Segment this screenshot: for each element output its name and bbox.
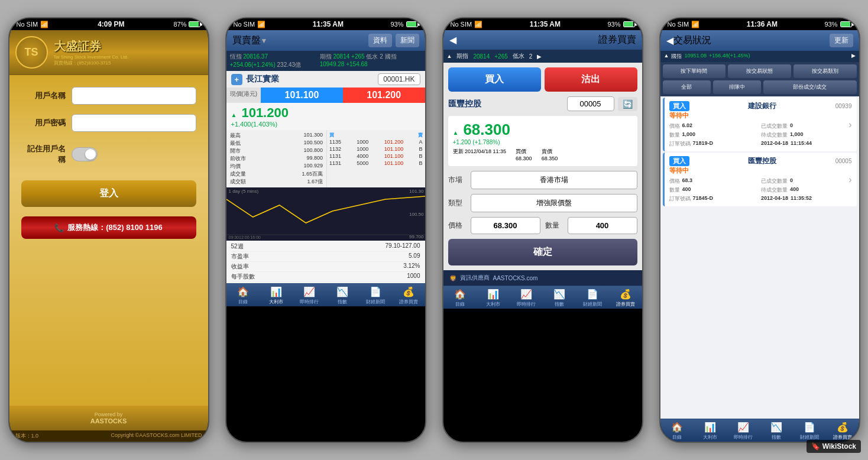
chart-area-2: 1 day (5 mins) 101.30 100.50 99.700 09:3… (226, 187, 425, 241)
chart-low-price: 99.700 (409, 234, 423, 239)
remember-row: 記住用戶名稱 (21, 144, 196, 165)
nav-item-dali-2[interactable]: 📊 大利市 (260, 286, 293, 305)
nav-label-trade-2: 證券買賣 (399, 299, 418, 305)
market-label-3: 市場 (448, 175, 466, 185)
back-arrow-4[interactable]: ◀ (666, 35, 673, 46)
nav-label-ranking-2: 即時排行 (300, 299, 319, 305)
nav-item-news-3[interactable]: 📄 財經新聞 (576, 289, 609, 307)
stock-name-2: 長江實業 (246, 74, 279, 85)
nav-item-index-3[interactable]: 📉 指數 (543, 289, 576, 307)
password-input[interactable] (72, 114, 196, 132)
battery-pct-2: 93% (390, 21, 403, 28)
stock-code-input-3[interactable]: 00005 (567, 96, 614, 111)
pend-qty-label-t1: 待成交數量 (761, 131, 788, 139)
order-no-label-t1: 訂單號碼 (669, 140, 691, 148)
no-sim-4: No SIM (668, 21, 689, 28)
username-input[interactable] (72, 87, 196, 105)
nav-label-dali-4: 大利市 (703, 434, 717, 440)
update-button-4[interactable]: 更新 (830, 34, 853, 47)
data-provider-bar: 🦁 資訊供應商 AASTOCKS.com (443, 270, 642, 286)
nav-item-dali-3[interactable]: 📊 大利市 (477, 289, 510, 307)
nav-item-catalog-3[interactable]: 🏠 目錄 (443, 289, 477, 307)
nav-item-dali-4[interactable]: 📊 大利市 (694, 422, 727, 440)
nav-item-trade-3[interactable]: 💰 證券買賣 (609, 289, 642, 307)
price-label-t2: 價格 (669, 177, 680, 185)
buy-button[interactable]: 買入 (448, 67, 541, 92)
refresh-btn-3[interactable]: 🔄 (618, 97, 637, 111)
add-watchlist-btn[interactable]: + (231, 74, 243, 85)
nav-item-ranking-3[interactable]: 📈 即時排行 (510, 289, 543, 307)
login-button[interactable]: 登入 (21, 180, 196, 207)
nav-item-trade-4[interactable]: 💰 證券買賣 (826, 422, 859, 440)
qty-input-3[interactable]: 400 (568, 217, 637, 234)
remember-toggle[interactable] (72, 147, 98, 161)
nav-item-trade-2[interactable]: 💰 證券買賣 (392, 286, 425, 305)
username-label: 用戶名稱 (21, 90, 66, 101)
done-qty-label-t2: 已成交數量 (761, 177, 788, 185)
trade-status-1: 等待中 (669, 111, 852, 120)
nav-item-news-2[interactable]: 📄 財經新聞 (359, 286, 392, 305)
price-chart (226, 187, 425, 241)
trade-order-no-1: 訂單號碼 71819-D (669, 140, 760, 148)
trade-done-qty-1: 已成交數量 0 (761, 122, 852, 130)
nav-item-index-2[interactable]: 📉 指數 (326, 286, 359, 305)
trade-code-1: 00939 (835, 103, 852, 109)
filter-by-type[interactable]: 按交易類別 (793, 64, 857, 78)
filter-pending[interactable]: 排隊中 (713, 80, 761, 94)
lot-row: 每手股數1000 (231, 272, 420, 282)
nav-item-news-4[interactable]: 📄 財經新聞 (793, 422, 826, 440)
pend-qty-val-t1: 1,000 (790, 131, 804, 139)
status-bar-2: No SIM 📶 11:35 AM 93% (226, 18, 425, 30)
current-price-3: 68.300 (463, 121, 510, 139)
prev-close-label: 前收市 (230, 155, 246, 163)
type-select-3[interactable]: 增強限價盤 (471, 194, 637, 212)
hotline-button[interactable]: 📞 服務熱線：(852) 8100 1196 (21, 216, 196, 239)
trade-icon-4: 💰 (837, 422, 848, 433)
nav-item-index-4[interactable]: 📉 指數 (760, 422, 793, 440)
news-btn[interactable]: 新聞 (396, 34, 419, 47)
bid-val-3: 68.300 (516, 156, 532, 161)
trade-pend-qty-1: 待成交數量 1,000 (761, 131, 852, 139)
ask-label-3: 賣價 (542, 148, 558, 156)
confirm-button-3[interactable]: 確定 (448, 239, 637, 265)
data-btn[interactable]: 資料 (368, 34, 392, 47)
trade-qty-2: 數量 400 (669, 186, 760, 194)
trade-status-2: 等待中 (669, 166, 852, 175)
ticker-bar-2: 恆指 20816.37 +254.06(+1.24%) 232.43億 期指 2… (226, 51, 425, 71)
week52-row: 52週79.10-127.00 (231, 242, 420, 252)
pe-val: 5.09 (409, 252, 420, 261)
filter-by-status[interactable]: 按交易狀態 (728, 64, 791, 78)
back-arrow-3[interactable]: ◀ (449, 34, 456, 46)
login-body: 用戶名稱 用戶密碼 記住用戶名稱 登入 📞 服務熱線：(852) 8100 11 (9, 75, 208, 406)
market-select-3[interactable]: 香港市場 (471, 171, 637, 189)
filter-partial[interactable]: 部份成交/成交 (763, 80, 857, 94)
trade-item-1[interactable]: 買入 建設銀行 00939 › 等待中 價格 6.02 已成交數量 0 (663, 98, 857, 151)
nav-title-2: 買賣盤 (232, 34, 261, 47)
lot-label: 每手股數 (231, 273, 255, 281)
stock-header-2: + 長江實業 00001.HK (226, 71, 425, 88)
battery-icon-4 (840, 21, 852, 27)
app-footer-1: Powered by AASTOCKS (9, 406, 208, 430)
trade-datetime-1: 2012-04-18 11:15:44 (761, 140, 852, 148)
nav-label-index-4: 指數 (772, 434, 781, 440)
update-time-3: 2012/04/18 11:35 (465, 148, 506, 154)
nav-item-ranking-4[interactable]: 📈 即時排行 (727, 422, 760, 440)
logo-text: TS (24, 46, 38, 59)
stock-name-3: 匯豐控股 (448, 99, 481, 109)
nav-item-catalog-2[interactable]: 🏠 目錄 (226, 286, 260, 305)
sell-button[interactable]: 沽出 (545, 67, 637, 92)
chart-icon-4: 📊 (704, 422, 716, 433)
price-panel-2: 現價(港元) 101.100 101.200 (226, 88, 425, 103)
index-icon-2: 📉 (336, 286, 348, 297)
price-input-3[interactable]: 68.300 (471, 217, 540, 234)
filter-all[interactable]: 全部 (663, 80, 711, 94)
battery-area-1: 87% (173, 21, 200, 28)
pi-chg-3: +265 (494, 53, 508, 60)
phone-3-screen: No SIM 📶 11:35 AM 93% ◀ 證券買賣 ▲ 期指 (442, 17, 643, 443)
trade-item-2[interactable]: 買入 匯豐控股 00005 › 等待中 價格 68.3 已成交數量 0 (663, 153, 857, 206)
version-bar: 版本：1.0 Copyright ©AASTOCKS.com LIMITED (9, 430, 208, 442)
nav-item-catalog-4[interactable]: 🏠 目錄 (660, 422, 694, 440)
filter-by-time[interactable]: 按下單時間 (663, 64, 726, 78)
nav-item-ranking-2[interactable]: 📈 即時排行 (293, 286, 326, 305)
status-left-3: No SIM 📶 (451, 21, 483, 28)
